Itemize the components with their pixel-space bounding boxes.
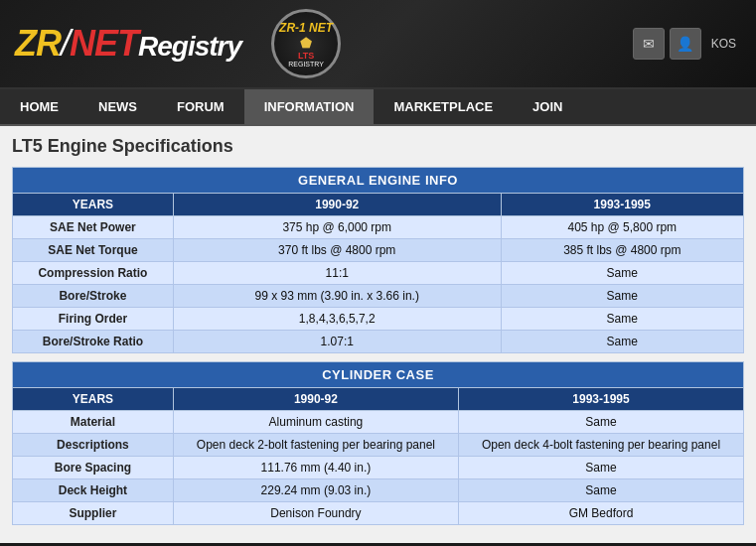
mail-button[interactable]: ✉ [633, 28, 665, 60]
logo-net: NET [70, 23, 138, 64]
cyl-col-1990: 1990-92 [173, 388, 458, 411]
row-val2: GM Bedford [458, 502, 743, 525]
row-label: Compression Ratio [13, 262, 174, 285]
row-val1: 229.24 mm (9.03 in.) [173, 479, 458, 502]
logo-slash: / [61, 23, 70, 64]
table-row: Firing Order 1,8,4,3,6,5,7,2 Same [13, 308, 744, 331]
row-val1: Aluminum casting [173, 411, 458, 434]
table-row: SAE Net Torque 370 ft lbs @ 4800 rpm 385… [13, 239, 744, 262]
header: ZR/NETRegistry ZR-1 NET ⬟ LTS REGISTRY ✉… [0, 0, 756, 89]
table-row: Bore/Stroke 99 x 93 mm (3.90 in. x 3.66 … [13, 285, 744, 308]
general-engine-table: GENERAL ENGINE INFO YEARS 1990-92 1993-1… [12, 167, 744, 353]
gen-col-1993: 1993-1995 [501, 194, 743, 216]
header-icons: ✉ 👤 KOS [633, 28, 741, 60]
content-area: LT5 Engine Specifications GENERAL ENGINE… [0, 126, 756, 543]
row-val1: 375 hp @ 6,000 rpm [173, 216, 501, 239]
row-label: Descriptions [13, 434, 174, 457]
row-label: SAE Net Torque [13, 239, 174, 262]
table-row: SAE Net Power 375 hp @ 6,000 rpm 405 hp … [13, 216, 744, 239]
row-val2: Same [458, 411, 743, 434]
row-label: SAE Net Power [13, 216, 174, 239]
page-title: LT5 Engine Specifications [12, 136, 744, 157]
gen-col-label: YEARS [13, 194, 174, 216]
row-label: Deck Height [13, 479, 174, 502]
table-row: Material Aluminum casting Same [13, 411, 744, 434]
row-val1: Open deck 2-bolt fastening per bearing p… [173, 434, 458, 457]
row-val2: Same [501, 262, 743, 285]
row-val2: Same [501, 308, 743, 331]
nav-news[interactable]: NEWS [78, 89, 157, 124]
user-label: KOS [706, 37, 741, 51]
row-label: Material [13, 411, 174, 434]
badge-bowtie-icon: ⬟ [279, 35, 333, 51]
row-val1: 1.07:1 [173, 331, 501, 353]
row-val1: 111.76 mm (4.40 in.) [173, 457, 458, 479]
nav-join[interactable]: JOIN [513, 89, 582, 124]
row-val2: Open deck 4-bolt fastening per bearing p… [458, 434, 743, 457]
table-row: Bore/Stroke Ratio 1.07:1 Same [13, 331, 744, 353]
row-label: Supplier [13, 502, 174, 525]
badge-lts-text: LTS [279, 51, 333, 61]
table-row: Compression Ratio 11:1 Same [13, 262, 744, 285]
user-button[interactable]: 👤 [670, 28, 701, 60]
logo: ZR/NETRegistry [15, 23, 241, 65]
nav-bar: HOME NEWS FORUM INFORMATION MARKETPLACE … [0, 89, 756, 126]
row-label: Bore/Stroke Ratio [13, 331, 174, 353]
row-val2: Same [501, 285, 743, 308]
badge: ZR-1 NET ⬟ LTS REGISTRY [271, 9, 341, 78]
row-val1: 370 ft lbs @ 4800 rpm [173, 239, 501, 262]
row-val2: 405 hp @ 5,800 rpm [501, 216, 743, 239]
row-val1: Denison Foundry [173, 502, 458, 525]
badge-registry-text: REGISTRY [279, 61, 333, 68]
row-label: Firing Order [13, 308, 174, 331]
row-val1: 11:1 [173, 262, 501, 285]
row-val1: 1,8,4,3,6,5,7,2 [173, 308, 501, 331]
logo-registry: Registry [138, 31, 241, 62]
nav-home[interactable]: HOME [0, 89, 78, 124]
row-val2: Same [458, 479, 743, 502]
cylinder-case-header: CYLINDER CASE [13, 362, 744, 388]
row-label: Bore Spacing [13, 457, 174, 479]
gen-col-1990: 1990-92 [173, 194, 501, 216]
table-row: Supplier Denison Foundry GM Bedford [13, 502, 744, 525]
table-row: Deck Height 229.24 mm (9.03 in.) Same [13, 479, 744, 502]
logo-zr: ZR [15, 23, 61, 64]
nav-information[interactable]: INFORMATION [244, 89, 375, 124]
table-row: Descriptions Open deck 2-bolt fastening … [13, 434, 744, 457]
cyl-col-label: YEARS [13, 388, 174, 411]
row-val2: Same [501, 331, 743, 353]
row-val1: 99 x 93 mm (3.90 in. x 3.66 in.) [173, 285, 501, 308]
general-engine-header: GENERAL ENGINE INFO [13, 168, 744, 194]
cylinder-case-table: CYLINDER CASE YEARS 1990-92 1993-1995 Ma… [12, 361, 744, 525]
nav-marketplace[interactable]: MARKETPLACE [374, 89, 513, 124]
badge-zr1-text: ZR-1 NET [279, 21, 333, 35]
table-row: Bore Spacing 111.76 mm (4.40 in.) Same [13, 457, 744, 479]
row-val2: 385 ft lbs @ 4800 rpm [501, 239, 743, 262]
nav-forum[interactable]: FORUM [157, 89, 244, 124]
cyl-col-1993: 1993-1995 [458, 388, 743, 411]
row-label: Bore/Stroke [13, 285, 174, 308]
row-val2: Same [458, 457, 743, 479]
